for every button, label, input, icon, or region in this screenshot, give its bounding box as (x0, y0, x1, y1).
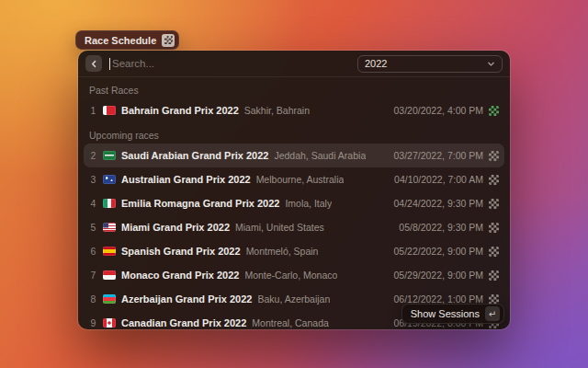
command-toast[interactable]: Race Schedule (75, 30, 179, 50)
race-title: Canadian Grand Prix 2022 (121, 317, 246, 328)
bahrain-flag-icon (103, 106, 116, 115)
race-location: Montmeló, Spain (246, 246, 319, 257)
race-location: Miami, United States (235, 222, 324, 233)
race-location: Montreal, Canada (252, 317, 328, 328)
usa-flag-icon (103, 223, 116, 232)
checkered-flag-icon (489, 223, 499, 233)
show-sessions-label: Show Sessions (411, 308, 480, 319)
chevron-left-icon (90, 60, 98, 68)
race-index: 2 (89, 150, 97, 161)
azerbaijan-flag-icon (103, 294, 116, 304)
race-schedule-window: Search... 2022 Past Races1Bahrain Grand … (78, 51, 510, 329)
race-title: Azerbaijan Grand Prix 2022 (121, 293, 252, 305)
chevron-down-icon (487, 60, 495, 68)
race-location: Imola, Italy (285, 198, 332, 209)
race-index: 8 (89, 293, 97, 305)
section-header: Upcoming races (78, 122, 510, 144)
race-title: Monaco Grand Prix 2022 (121, 270, 239, 281)
enter-key-icon: ↵ (485, 306, 500, 321)
race-datetime: 04/10/2022, 7:00 AM (394, 174, 483, 185)
race-index: 4 (89, 198, 97, 209)
checkered-flag-icon (489, 106, 499, 116)
text-caret (109, 58, 110, 70)
spain-flag-icon (103, 247, 116, 256)
canada-flag-icon (103, 318, 116, 328)
race-datetime: 03/20/2022, 4:00 PM (394, 105, 484, 116)
race-row[interactable]: 3Australian Grand Prix 2022Melbourne, Au… (84, 167, 504, 191)
race-row[interactable]: 4Emilia Romagna Grand Prix 2022Imola, It… (84, 191, 504, 215)
race-row[interactable]: 2Saudi Arabian Grand Prix 2022Jeddah, Sa… (84, 144, 504, 167)
race-index: 6 (89, 246, 97, 257)
search-placeholder: Search... (112, 58, 154, 69)
race-location: Jeddah, Saudi Arabia (274, 150, 366, 161)
race-row[interactable]: 5Miami Grand Prix 2022Miami, United Stat… (84, 215, 504, 239)
year-dropdown-value: 2022 (365, 58, 387, 69)
race-row[interactable]: 6Spanish Grand Prix 2022Montmeló, Spain0… (84, 239, 504, 263)
checkered-flag-icon (489, 270, 499, 281)
desktop-background: Race Schedule Search... 2022 Past Races1… (0, 0, 588, 368)
race-datetime: 03/27/2022, 7:00 PM (394, 150, 484, 161)
race-index: 9 (89, 317, 97, 328)
australia-flag-icon (103, 175, 116, 184)
section-header: Past Races (78, 77, 510, 98)
year-dropdown[interactable]: 2022 (357, 55, 503, 73)
race-title: Emilia Romagna Grand Prix 2022 (121, 198, 279, 209)
race-title: Spanish Grand Prix 2022 (121, 246, 241, 257)
saudi-arabia-flag-icon (103, 151, 116, 160)
checkered-flag-icon (489, 294, 499, 305)
checkered-flag-icon (489, 247, 499, 257)
race-title: Saudi Arabian Grand Prix 2022 (121, 150, 268, 161)
checkered-flag-icon (162, 34, 175, 47)
race-location: Melbourne, Australia (256, 174, 345, 185)
back-button[interactable] (85, 55, 102, 72)
search-bar: Search... 2022 (78, 51, 510, 76)
checkered-flag-icon (489, 151, 499, 161)
race-index: 3 (89, 174, 97, 185)
race-location: Monte-Carlo, Monaco (244, 270, 337, 281)
checkered-flag-icon (489, 199, 499, 209)
race-datetime: 05/29/2022, 9:00 PM (394, 270, 484, 281)
race-index: 7 (89, 270, 97, 281)
race-list: Past Races1Bahrain Grand Prix 2022Sakhir… (78, 77, 510, 329)
monaco-flag-icon (103, 270, 116, 280)
race-title: Miami Grand Prix 2022 (121, 222, 230, 233)
italy-flag-icon (103, 199, 116, 208)
command-toast-label: Race Schedule (85, 35, 156, 46)
race-datetime: 05/22/2022, 9:00 PM (394, 246, 484, 257)
race-row[interactable]: 1Bahrain Grand Prix 2022Sakhir, Bahrain0… (84, 98, 504, 122)
race-title: Australian Grand Prix 2022 (121, 174, 251, 185)
search-input[interactable]: Search... (109, 58, 350, 70)
checkered-flag-icon (489, 175, 499, 185)
show-sessions-button[interactable]: Show Sessions ↵ (401, 304, 504, 324)
race-location: Sakhir, Bahrain (244, 105, 310, 116)
race-row[interactable]: 7Monaco Grand Prix 2022Monte-Carlo, Mona… (84, 263, 504, 287)
race-index: 5 (89, 222, 97, 233)
race-title: Bahrain Grand Prix 2022 (121, 105, 239, 116)
race-index: 1 (89, 105, 97, 116)
race-location: Baku, Azerbaijan (257, 293, 330, 305)
race-datetime: 04/24/2022, 9:30 PM (394, 198, 484, 209)
race-datetime: 05/8/2022, 9:30 PM (399, 222, 483, 233)
